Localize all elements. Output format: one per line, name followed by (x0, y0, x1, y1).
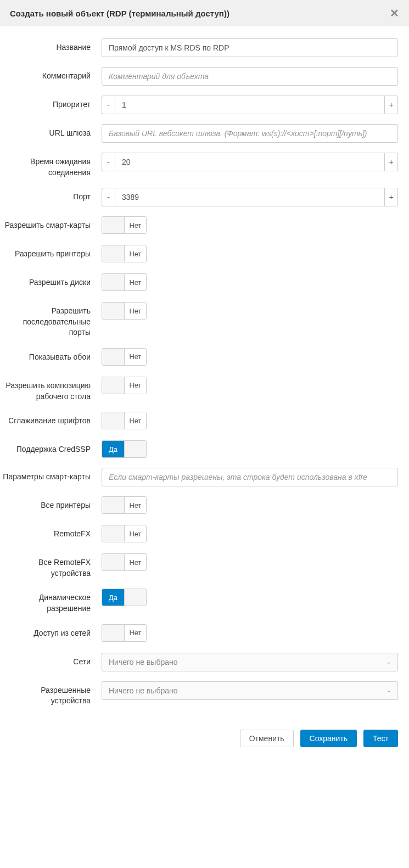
dialog-footer: Отменить Сохранить Тест (0, 722, 409, 758)
all-printers-toggle[interactable]: Нет (102, 496, 147, 514)
label-all-remotefx: Все RemoteFX устройства (0, 553, 102, 579)
toggle-value: Нет (124, 377, 146, 394)
label-port: Порт (0, 188, 102, 203)
allow-smartcards-toggle[interactable]: Нет (102, 216, 147, 234)
toggle-value: Нет (124, 554, 146, 570)
row-comment: Комментарий (0, 67, 398, 86)
label-allow-composition: Разрешить композицию рабочего стола (0, 377, 102, 402)
label-font-smoothing: Сглаживание шрифтов (0, 412, 102, 427)
allowed-devices-select[interactable]: Ничего не выбрано ⌄ (102, 681, 398, 700)
row-all-remotefx: Все RemoteFX устройства Нет (0, 553, 398, 579)
label-gateway-url: URL шлюза (0, 124, 102, 139)
chevron-down-icon: ⌄ (386, 687, 391, 693)
row-allowed-devices: Разрешенные устройства Ничего не выбрано… (0, 681, 398, 707)
label-remotefx: RemoteFX (0, 525, 102, 540)
label-dynamic-res: Динамическое разрешение (0, 589, 102, 614)
toggle-value: Да (102, 589, 124, 606)
networks-select[interactable]: Ничего не выбрано ⌄ (102, 653, 398, 671)
row-allow-printers: Разрешить принтеры Нет (0, 245, 398, 264)
font-smoothing-toggle[interactable]: Нет (102, 412, 147, 429)
save-button[interactable]: Сохранить (300, 730, 357, 747)
select-value: Ничего не выбрано (109, 686, 178, 695)
label-smartcard-params: Параметры смарт-карты (0, 468, 102, 483)
dialog-title: Создать новый объект (RDP (терминальный … (10, 9, 229, 18)
dialog-body: Название Комментарий Приоритет - + URL ш… (0, 26, 409, 722)
row-font-smoothing: Сглаживание шрифтов Нет (0, 412, 398, 430)
allow-composition-toggle[interactable]: Нет (102, 377, 147, 394)
chevron-down-icon: ⌄ (386, 659, 391, 665)
dynamic-res-toggle[interactable]: Да (102, 589, 147, 606)
port-input[interactable] (115, 188, 385, 206)
credssp-toggle[interactable]: Да (102, 440, 147, 458)
label-comment: Комментарий (0, 67, 102, 82)
name-input[interactable] (102, 38, 398, 57)
row-conn-timeout: Время ожидания соединения - + (0, 153, 398, 178)
row-allow-smartcards: Разрешить смарт-карты Нет (0, 216, 398, 235)
toggle-value: Нет (124, 412, 146, 429)
toggle-value: Да (102, 441, 124, 457)
priority-input[interactable] (115, 96, 385, 114)
close-icon[interactable]: ✕ (390, 8, 399, 19)
row-all-printers: Все принтеры Нет (0, 496, 398, 515)
row-credssp: Поддержка CredSSP Да (0, 440, 398, 458)
row-net-access: Доступ из сетей Нет (0, 624, 398, 643)
toggle-value: Нет (124, 217, 146, 233)
row-remotefx: RemoteFX Нет (0, 525, 398, 544)
all-remotefx-toggle[interactable]: Нет (102, 553, 147, 571)
allow-drives-toggle[interactable]: Нет (102, 273, 147, 291)
net-access-toggle[interactable]: Нет (102, 624, 147, 642)
priority-minus-button[interactable]: - (102, 96, 115, 114)
gateway-url-input[interactable] (102, 124, 398, 143)
label-allowed-devices: Разрешенные устройства (0, 681, 102, 707)
priority-plus-button[interactable]: + (385, 96, 398, 114)
label-allow-smartcards: Разрешить смарт-карты (0, 216, 102, 231)
row-allow-composition: Разрешить композицию рабочего стола Нет (0, 377, 398, 402)
label-credssp: Поддержка CredSSP (0, 440, 102, 455)
toggle-value: Нет (124, 625, 146, 641)
label-all-printers: Все принтеры (0, 496, 102, 511)
dialog-header: Создать новый объект (RDP (терминальный … (0, 0, 409, 26)
row-dynamic-res: Динамическое разрешение Да (0, 589, 398, 614)
row-allow-drives: Разрешить диски Нет (0, 273, 398, 292)
label-net-access: Доступ из сетей (0, 624, 102, 639)
remotefx-toggle[interactable]: Нет (102, 525, 147, 542)
label-allow-printers: Разрешить принтеры (0, 245, 102, 260)
timeout-minus-button[interactable]: - (102, 153, 115, 171)
toggle-value: Нет (124, 497, 146, 513)
toggle-value: Нет (124, 349, 146, 365)
show-wallpaper-toggle[interactable]: Нет (102, 348, 147, 366)
row-allow-serial: Разрешить последовательные порты Нет (0, 302, 398, 338)
toggle-value: Нет (124, 525, 146, 542)
row-priority: Приоритет - + (0, 96, 398, 114)
test-button[interactable]: Тест (363, 730, 398, 747)
port-plus-button[interactable]: + (385, 188, 398, 206)
label-networks: Сети (0, 653, 102, 668)
row-gateway-url: URL шлюза (0, 124, 398, 143)
row-smartcard-params: Параметры смарт-карты (0, 468, 398, 486)
label-name: Название (0, 38, 102, 53)
timeout-input[interactable] (115, 153, 385, 171)
comment-input[interactable] (102, 67, 398, 86)
row-name: Название (0, 38, 398, 57)
row-show-wallpaper: Показывать обои Нет (0, 348, 398, 367)
toggle-value: Нет (124, 245, 146, 262)
label-allow-drives: Разрешить диски (0, 273, 102, 288)
label-priority: Приоритет (0, 96, 102, 110)
toggle-value: Нет (124, 274, 146, 290)
smartcard-params-input[interactable] (102, 468, 398, 486)
row-port: Порт - + (0, 188, 398, 206)
timeout-plus-button[interactable]: + (385, 153, 398, 171)
label-conn-timeout: Время ожидания соединения (0, 153, 102, 178)
cancel-button[interactable]: Отменить (240, 730, 294, 747)
allow-printers-toggle[interactable]: Нет (102, 245, 147, 262)
allow-serial-toggle[interactable]: Нет (102, 302, 147, 320)
row-networks: Сети Ничего не выбрано ⌄ (0, 653, 398, 671)
port-minus-button[interactable]: - (102, 188, 115, 206)
toggle-value: Нет (124, 303, 146, 319)
select-value: Ничего не выбрано (109, 658, 178, 667)
label-show-wallpaper: Показывать обои (0, 348, 102, 363)
label-allow-serial: Разрешить последовательные порты (0, 302, 102, 338)
